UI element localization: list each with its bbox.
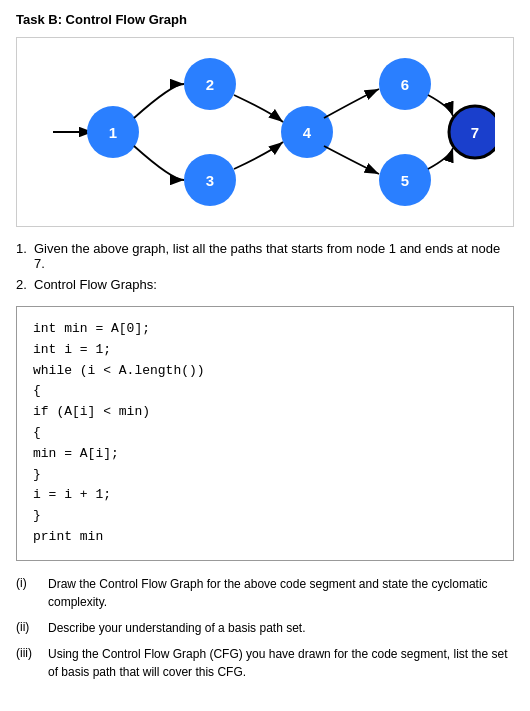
code-line-7: min = A[i]; — [33, 444, 497, 465]
svg-text:1: 1 — [109, 124, 117, 141]
graph-container: 1 2 3 4 5 6 7 — [16, 37, 514, 227]
svg-text:7: 7 — [471, 124, 479, 141]
sub-item-iii: (iii) Using the Control Flow Graph (CFG)… — [16, 645, 514, 681]
sub-ii-num: (ii) — [16, 619, 48, 634]
question-2-num: 2. — [16, 277, 34, 292]
code-line-1: int min = A[0]; — [33, 319, 497, 340]
code-line-4: { — [33, 381, 497, 402]
code-line-6: { — [33, 423, 497, 444]
code-line-3: while (i < A.length()) — [33, 361, 497, 382]
code-line-9: i = i + 1; — [33, 485, 497, 506]
svg-text:3: 3 — [206, 172, 214, 189]
svg-text:4: 4 — [303, 124, 312, 141]
code-line-8: } — [33, 465, 497, 486]
sub-iii-text: Using the Control Flow Graph (CFG) you h… — [48, 645, 514, 681]
sub-item-i: (i) Draw the Control Flow Graph for the … — [16, 575, 514, 611]
question-1-num: 1. — [16, 241, 34, 256]
task-title: Task B: Control Flow Graph — [16, 12, 514, 27]
question-1-text: Given the above graph, list all the path… — [34, 241, 514, 271]
sub-iii-num: (iii) — [16, 645, 48, 660]
questions: 1. Given the above graph, list all the p… — [16, 241, 514, 292]
svg-text:2: 2 — [206, 76, 214, 93]
svg-text:5: 5 — [401, 172, 409, 189]
svg-text:6: 6 — [401, 76, 409, 93]
code-box: int min = A[0]; int i = 1; while (i < A.… — [16, 306, 514, 561]
question-2-text: Control Flow Graphs: — [34, 277, 157, 292]
sub-questions: (i) Draw the Control Flow Graph for the … — [16, 575, 514, 681]
question-1: 1. Given the above graph, list all the p… — [16, 241, 514, 271]
sub-item-ii: (ii) Describe your understanding of a ba… — [16, 619, 514, 637]
question-2: 2. Control Flow Graphs: — [16, 277, 514, 292]
code-line-5: if (A[i] < min) — [33, 402, 497, 423]
sub-i-num: (i) — [16, 575, 48, 590]
code-line-10: } — [33, 506, 497, 527]
sub-ii-text: Describe your understanding of a basis p… — [48, 619, 305, 637]
code-line-11: print min — [33, 527, 497, 548]
sub-i-text: Draw the Control Flow Graph for the abov… — [48, 575, 514, 611]
code-line-2: int i = 1; — [33, 340, 497, 361]
